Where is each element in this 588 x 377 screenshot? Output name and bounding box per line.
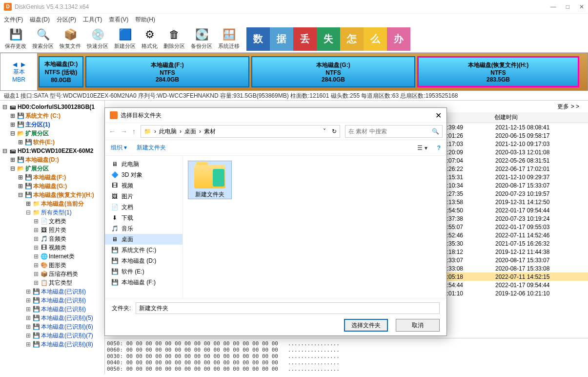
minimize-button[interactable]: — — [550, 3, 556, 10]
expand-icon[interactable]: ⊞ — [10, 112, 16, 119]
expand-icon[interactable]: ⊟ — [18, 191, 23, 198]
expand-icon[interactable]: ⊞ — [33, 235, 39, 242]
expand-icon[interactable]: ⊞ — [25, 341, 31, 348]
expand-icon[interactable]: ⊞ — [33, 262, 39, 269]
sidebar-item[interactable]: 💾本地磁盘 (D:) — [105, 255, 182, 266]
tree-node[interactable]: ⊞💾本地磁盘(G:) — [0, 182, 104, 190]
crumb-2[interactable]: 素材 — [204, 127, 216, 136]
tree-node[interactable]: ⊞📋其它类型 — [0, 278, 104, 287]
expand-icon[interactable]: ⊞ — [25, 314, 31, 321]
sidebar-item[interactable]: 💾软件 (E:) — [105, 266, 182, 277]
file-row[interactable]: 5:33:072020-08-17 15:33:07 — [442, 256, 588, 264]
sidebar-item[interactable]: 📄文档 — [105, 202, 182, 212]
tree-node[interactable]: ⊟💾本地磁盘(恢复文件)(H:) — [0, 190, 104, 199]
tree-node[interactable]: ⊞💾本地磁盘(已识别) — [0, 305, 104, 314]
partition-block[interactable]: 本地磁盘(F:)NTFS284.0GB — [85, 56, 249, 87]
tree-node[interactable]: ⊞💾本地磁盘(D:) — [0, 155, 104, 164]
menu-item-2[interactable]: 分区(P) — [57, 16, 76, 24]
expand-icon[interactable]: ⊞ — [33, 253, 39, 260]
expand-icon[interactable]: ⊞ — [25, 323, 31, 330]
toolbar-backup[interactable]: 💽备份分区 — [188, 27, 215, 51]
tree-node[interactable]: ⊟📂扩展分区 — [0, 164, 104, 173]
new-folder-button[interactable]: 新建文件夹 — [137, 144, 166, 152]
menu-item-5[interactable]: 帮助(H) — [135, 16, 155, 24]
file-row[interactable]: 6:15:312021-12-10 09:29:37 — [442, 173, 588, 181]
crumb-1[interactable]: 桌面 — [184, 127, 196, 136]
folder-name-input[interactable] — [136, 302, 440, 314]
sidebar-item[interactable]: 🖥此电脑 — [105, 159, 182, 169]
organize-button[interactable]: 组织 ▾ — [111, 144, 127, 152]
sidebar-item[interactable]: 💾本地磁盘 (F:) — [105, 277, 182, 288]
tree-node[interactable]: ⊞🎞视频类 — [0, 243, 104, 252]
tree-node[interactable]: ⊞💾本地磁盘(F:) — [0, 173, 104, 182]
menu-item-0[interactable]: 文件(F) — [4, 16, 23, 24]
refresh-icon[interactable]: ↻ — [332, 128, 337, 135]
more-button[interactable]: 更多 > > — [552, 102, 584, 112]
nav-forward-icon[interactable]: → — [121, 127, 127, 135]
search-icon[interactable]: 🔍 — [432, 128, 439, 135]
file-row[interactable]: 8:39:492021-12-15 08:08:41 — [442, 123, 588, 131]
expand-icon[interactable]: ⊞ — [33, 218, 39, 225]
partition-block[interactable]: 本地磁盘(恢复文件)(H:)NTFS283.5GB — [417, 56, 579, 87]
expand-icon[interactable]: ⊞ — [25, 306, 31, 313]
tree-node[interactable]: ⊞💾系统文件 (C:) — [0, 111, 104, 120]
menu-item-1[interactable]: 磁盘(D) — [30, 16, 50, 24]
tree-node[interactable]: ⊞🎨图形类 — [0, 261, 104, 270]
expand-icon[interactable]: ⊞ — [33, 227, 39, 233]
tree-node[interactable]: ⊞💾本地磁盘(已识别)(5) — [0, 314, 104, 322]
tree-node[interactable]: ⊞💾软件(E:) — [0, 138, 104, 147]
file-row[interactable]: 5:05:182022-07-11 14:52:15 — [442, 272, 588, 281]
menu-item-4[interactable]: 查看(V) — [109, 16, 128, 24]
tree-node[interactable]: ⊞💾本地磁盘(已识别)(8) — [0, 340, 104, 349]
sidebar-item[interactable]: 🎵音乐 — [105, 223, 182, 234]
tree-node[interactable]: ⊞💾本地磁盘(已识别) — [0, 287, 104, 296]
tree-node[interactable]: ⊞🌐Internet类 — [0, 252, 104, 261]
crumb-0[interactable]: 此电脑 — [159, 127, 177, 136]
tree-node[interactable]: ⊟📂扩展分区 — [0, 129, 104, 138]
expand-icon[interactable]: ⊞ — [25, 288, 31, 295]
cancel-button[interactable]: 取消 — [396, 319, 440, 332]
sidebar-item[interactable]: 🔷3D 对象 — [105, 169, 182, 180]
toolbar-recover[interactable]: 📦恢复文件 — [57, 27, 84, 51]
expand-icon[interactable]: ⊟ — [2, 104, 8, 110]
tree-node[interactable]: ⊞💾主分区(1) — [0, 120, 104, 129]
file-row[interactable]: 7:35:302021-07-15 16:26:32 — [442, 239, 588, 248]
expand-icon[interactable]: ⊞ — [18, 183, 23, 189]
tree-node[interactable]: ⊞💾本地磁盘(已识别)(6) — [0, 322, 104, 331]
disk-tree[interactable]: ⊟🖴HD0:ColorfulSL300128GB(1⊞💾系统文件 (C:)⊞💾主… — [0, 101, 105, 374]
file-row[interactable]: 1:37:382020-07-23 10:19:24 — [442, 214, 588, 223]
tree-node[interactable]: ⊞💾本地磁盘(已识别)(7) — [0, 331, 104, 340]
file-row[interactable]: 2:10:342020-08-17 15:33:07 — [442, 181, 588, 189]
sidebar-item[interactable]: ⬇下载 — [105, 212, 182, 223]
crumb-dropdown-icon[interactable]: ˅ — [323, 128, 326, 135]
file-row[interactable]: 9:54:442022-01-17 09:54:44 — [442, 281, 588, 289]
sidebar-item[interactable]: 🖼图片 — [105, 191, 182, 202]
file-row[interactable]: 4:13:582019-12-31 14:12:50 — [442, 198, 588, 206]
tree-node[interactable]: ⊞📦压缩存档类 — [0, 270, 104, 278]
toolbar-save[interactable]: 💾保存更改 — [2, 27, 29, 51]
file-row[interactable]: 9:07:042022-05-26 08:31:51 — [442, 156, 588, 165]
help-icon[interactable]: ? — [437, 145, 441, 151]
col-created[interactable]: 创建时间 — [494, 113, 518, 122]
folder-item[interactable]: 新建文件夹 — [188, 161, 232, 199]
expand-icon[interactable]: ⊞ — [25, 200, 31, 207]
toolbar-search[interactable]: 🔍搜索分区 — [29, 27, 57, 51]
file-row[interactable]: 0:26:222022-06-17 17:02:01 — [442, 165, 588, 173]
expand-icon[interactable]: ⊞ — [25, 332, 31, 339]
file-row[interactable]: 8:18:122019-12-12 11:44:38 — [442, 248, 588, 256]
file-row[interactable]: 9:17:032021-12-10 09:17:03 — [442, 140, 588, 148]
select-folder-button[interactable]: 选择文件夹 — [344, 319, 388, 332]
toolbar-quick[interactable]: 💿快速分区 — [84, 27, 111, 51]
next-disk-icon[interactable]: ▶ — [21, 61, 25, 68]
expand-icon[interactable]: ⊞ — [25, 297, 31, 304]
file-row[interactable]: 0:01:262020-06-15 09:58:17 — [442, 131, 588, 140]
maximize-button[interactable]: □ — [566, 3, 569, 10]
nav-back-icon[interactable]: ← — [109, 127, 116, 135]
file-row[interactable]: 4:52:462022-07-11 14:52:46 — [442, 231, 588, 239]
tree-node[interactable]: ⊟🖴HD0:ColorfulSL300128GB(1 — [0, 103, 104, 111]
sidebar-item[interactable]: 🖥桌面 — [105, 234, 182, 245]
file-row[interactable]: 0:01:102019-12-06 10:21:10 — [442, 289, 588, 297]
expand-icon[interactable]: ⊟ — [2, 147, 8, 154]
expand-icon[interactable]: ⊞ — [33, 244, 39, 251]
partition-block[interactable]: 本地磁盘(D:)NTFS (活动)80.0GB — [39, 56, 83, 87]
